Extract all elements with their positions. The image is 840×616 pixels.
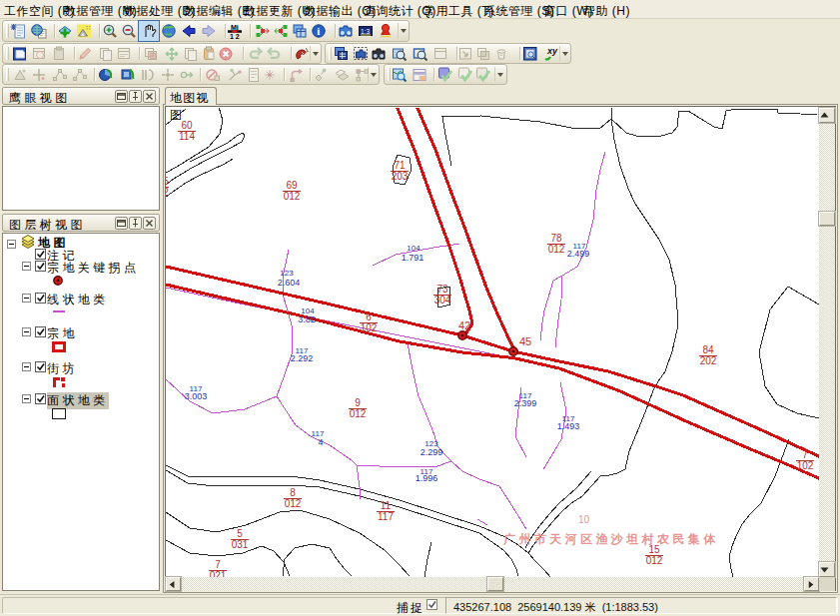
- svg-text:2.299: 2.299: [420, 447, 443, 457]
- svg-text:7: 7: [802, 449, 808, 460]
- svg-text:117: 117: [378, 511, 394, 522]
- svg-text:2: 2: [166, 187, 169, 198]
- svg-text:3.003: 3.003: [185, 391, 208, 401]
- svg-text:102: 102: [797, 460, 814, 471]
- svg-text:8: 8: [290, 487, 296, 498]
- svg-text:021: 021: [210, 570, 227, 577]
- svg-text:012: 012: [548, 244, 565, 255]
- svg-text:7: 7: [215, 559, 221, 570]
- svg-text:202: 202: [700, 355, 717, 366]
- svg-text:123: 123: [280, 269, 294, 278]
- svg-text:1 2: 1 2: [230, 33, 240, 40]
- svg-text:Mi: Mi: [231, 24, 239, 31]
- svg-text:5: 5: [237, 528, 243, 539]
- svg-text:xy: xy: [546, 46, 558, 56]
- svg-text:71: 71: [394, 160, 406, 171]
- svg-text:2.399: 2.399: [514, 398, 537, 408]
- svg-text:11: 11: [381, 500, 392, 511]
- svg-text:42: 42: [458, 319, 470, 331]
- svg-text:2.604: 2.604: [278, 278, 301, 288]
- svg-text:102: 102: [361, 322, 378, 333]
- svg-text:69: 69: [286, 180, 298, 191]
- svg-text:78: 78: [550, 233, 562, 244]
- svg-text:012: 012: [350, 408, 367, 419]
- svg-text:6: 6: [366, 311, 372, 322]
- svg-text:3.82: 3.82: [298, 314, 316, 324]
- svg-text:5: 5: [166, 176, 169, 187]
- svg-text:广州市天河区渔沙坦村农民集体: 广州市天河区渔沙坦村农民集体: [502, 532, 719, 546]
- svg-text:012: 012: [284, 191, 301, 202]
- svg-text:2.292: 2.292: [291, 353, 314, 363]
- svg-text:2.499: 2.499: [567, 249, 590, 259]
- svg-text:203: 203: [392, 171, 409, 182]
- svg-text:031: 031: [232, 539, 249, 550]
- svg-text:i: i: [317, 25, 320, 37]
- svg-text:45: 45: [519, 335, 531, 347]
- svg-text:104: 104: [407, 244, 420, 253]
- svg-text:73: 73: [436, 284, 448, 295]
- svg-text:9: 9: [355, 397, 361, 408]
- svg-text:1.996: 1.996: [416, 473, 438, 483]
- svg-text:4: 4: [318, 437, 323, 447]
- svg-text:1.791: 1.791: [402, 253, 424, 263]
- svg-text:1.493: 1.493: [557, 421, 580, 431]
- svg-text:012: 012: [285, 498, 302, 509]
- svg-text:1:3: 1:3: [361, 28, 370, 35]
- svg-text:10: 10: [578, 514, 590, 525]
- svg-text:84: 84: [702, 344, 714, 355]
- svg-text:304: 304: [434, 295, 451, 306]
- svg-text:114: 114: [179, 131, 195, 142]
- svg-text:012: 012: [646, 555, 663, 566]
